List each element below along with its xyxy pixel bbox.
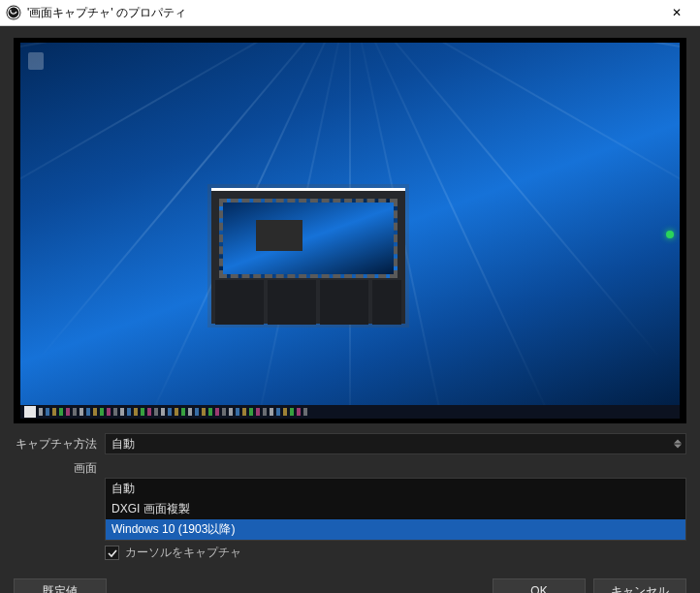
close-icon: ✕ — [672, 6, 682, 19]
close-button[interactable]: ✕ — [657, 0, 696, 25]
dialog-body: キャプチャ方法 自動 画面 自動 DXGI 画面複製 Windows 10 (1… — [0, 26, 700, 593]
chevron-updown-icon — [674, 440, 682, 449]
capture-method-dropdown: 自動 DXGI 画面複製 Windows 10 (1903以降) — [105, 478, 686, 541]
titlebar: '画面キャプチャ' のプロパティ ✕ — [0, 0, 700, 26]
capture-method-row: キャプチャ方法 自動 — [14, 433, 686, 454]
window-title: '画面キャプチャ' のプロパティ — [27, 5, 657, 21]
defaults-button[interactable]: 既定値 — [14, 578, 107, 593]
screen-label: 画面 — [14, 458, 105, 477]
checkmark-icon — [108, 548, 117, 558]
capture-method-option[interactable]: 自動 — [106, 479, 685, 499]
edge-indicator-icon — [666, 231, 674, 238]
ok-button[interactable]: OK — [493, 578, 586, 593]
obs-icon — [6, 5, 21, 20]
preview-frame — [14, 38, 686, 423]
start-icon — [24, 406, 36, 418]
cancel-button[interactable]: キャンセル — [593, 578, 686, 593]
captured-taskbar — [20, 405, 680, 419]
recursive-obs-window — [211, 188, 405, 324]
properties-dialog: '画面キャプチャ' のプロパティ ✕ — [0, 0, 700, 593]
desktop-icon — [28, 52, 44, 70]
svg-point-0 — [7, 6, 21, 20]
cursor-checkbox-label: カーソルをキャプチャ — [125, 545, 241, 561]
capture-method-value: 自動 — [111, 436, 135, 453]
screen-row: 画面 — [14, 458, 686, 478]
capture-method-label: キャプチャ方法 — [14, 436, 105, 453]
preview-area — [0, 26, 700, 427]
cursor-checkbox[interactable] — [105, 546, 119, 560]
captured-desktop — [20, 43, 680, 419]
form-area: キャプチャ方法 自動 画面 自動 DXGI 画面複製 Windows 10 (1… — [0, 427, 700, 571]
dialog-footer: 既定値 OK キャンセル — [0, 571, 700, 593]
capture-method-option[interactable]: DXGI 画面複製 — [106, 499, 685, 519]
capture-method-combobox[interactable]: 自動 — [105, 433, 686, 454]
cursor-checkbox-row: カーソルをキャプチャ — [105, 543, 686, 563]
capture-method-option[interactable]: Windows 10 (1903以降) — [106, 519, 685, 540]
